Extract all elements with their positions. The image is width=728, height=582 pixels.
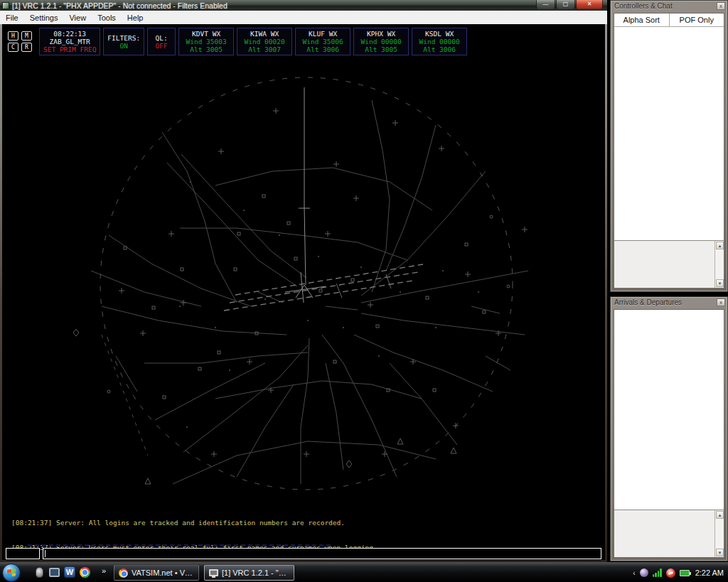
toggle-c-button[interactable]: C bbox=[8, 43, 18, 52]
filters-value: ON bbox=[107, 42, 140, 50]
monitor-icon bbox=[209, 569, 218, 576]
word-icon[interactable]: W bbox=[64, 566, 75, 578]
taskbar-button-label: VATSIM.net • View t... bbox=[132, 568, 194, 577]
wx-wind: Wind 00020 bbox=[241, 38, 288, 45]
wx-station: KSDL WX bbox=[416, 30, 463, 38]
wx-wind: Wind 35003 bbox=[183, 38, 230, 45]
wx-station: KIWA WX bbox=[241, 30, 288, 38]
arrivals-list[interactable] bbox=[614, 310, 724, 509]
controllers-panel-title: Controllers & Chat bbox=[614, 2, 673, 10]
arrivals-departures-panel: Arrivals & Departures x ▲ ▼ bbox=[610, 296, 728, 561]
network-signal-icon[interactable] bbox=[653, 568, 662, 577]
arrivals-panel-body: ▲ ▼ bbox=[614, 309, 724, 558]
wx-station: KDVT WX bbox=[183, 30, 230, 38]
menu-help[interactable]: Help bbox=[122, 12, 149, 23]
dimmed-text-row bbox=[28, 544, 333, 546]
controllers-panel-titlebar[interactable]: Controllers & Chat bbox=[611, 1, 727, 11]
wx-panel-kluf[interactable]: KLUF WX Wind 35006 Alt 3006 bbox=[295, 28, 350, 55]
scroll-up-icon[interactable]: ▲ bbox=[716, 242, 724, 249]
maximize-button[interactable]: ▢ bbox=[556, 0, 575, 9]
arrivals-panel-titlebar[interactable]: Arrivals & Departures bbox=[611, 297, 727, 308]
text-caret bbox=[45, 550, 46, 557]
tray-media-icon[interactable] bbox=[666, 568, 675, 578]
toolbar: H M C R 08:22:13 ZAB_GL_MTR SET PRIM FRE… bbox=[8, 28, 467, 55]
wx-wind: Wind 00000 bbox=[416, 38, 463, 45]
filters-toggle[interactable]: FILTERS: ON bbox=[103, 28, 144, 55]
wx-alt: Alt 3005 bbox=[358, 45, 405, 53]
toggle-h-button[interactable]: H bbox=[8, 31, 18, 41]
controllers-chat-panel: Controllers & Chat x Alpha Sort POF Only… bbox=[610, 0, 728, 292]
wx-alt: Alt 3005 bbox=[183, 45, 230, 53]
system-tray: ‹ 2:22 AM bbox=[633, 563, 724, 582]
arrivals-scrollbar[interactable]: ▲ ▼ bbox=[714, 510, 724, 557]
arrivals-secondary-area[interactable]: ▲ ▼ bbox=[614, 510, 724, 557]
command-bar bbox=[2, 548, 605, 560]
minimize-button[interactable]: — bbox=[536, 0, 555, 9]
radar-display[interactable] bbox=[2, 58, 605, 501]
ql-toggle[interactable]: QL: OFF bbox=[147, 28, 176, 55]
scroll-down-icon[interactable]: ▼ bbox=[716, 549, 724, 556]
menu-view[interactable]: View bbox=[63, 12, 92, 23]
tray-expand-icon[interactable]: ‹ bbox=[633, 569, 635, 577]
menu-tools[interactable]: Tools bbox=[92, 12, 122, 23]
radar-video-map bbox=[2, 58, 605, 501]
command-input[interactable] bbox=[43, 548, 601, 559]
wx-station: KPHX WX bbox=[358, 30, 405, 38]
chat-scrollbar[interactable]: ▲ ▼ bbox=[714, 241, 724, 288]
menu-settings[interactable]: Settings bbox=[24, 12, 64, 23]
taskbar-button-label: [1] VRC 1.2.1 - "PHX... bbox=[222, 568, 289, 577]
controllers-sort-row: Alpha Sort POF Only bbox=[614, 14, 724, 27]
prim-freq-warning: SET PRIM FREQ bbox=[43, 45, 96, 53]
taskbar-clock[interactable]: 2:22 AM bbox=[695, 568, 724, 577]
panel-close-icon[interactable]: x bbox=[717, 2, 725, 10]
wx-wind: Wind 00000 bbox=[358, 38, 405, 45]
taskbar: W » VATSIM.net • View t... [1] VRC 1.2.1… bbox=[0, 562, 728, 582]
clock-callsign-panel[interactable]: 08:22:13 ZAB_GL_MTR SET PRIM FREQ bbox=[39, 28, 100, 55]
quick-launch-overflow-icon[interactable]: » bbox=[102, 566, 106, 575]
toggle-r-button[interactable]: R bbox=[21, 43, 32, 52]
chrome-icon bbox=[119, 568, 128, 578]
ql-label: QL: bbox=[151, 34, 171, 42]
command-prefix-box[interactable] bbox=[6, 548, 40, 559]
wx-alt: Alt 3007 bbox=[241, 45, 288, 53]
taskbar-button-vatsim[interactable]: VATSIM.net • View t... bbox=[114, 565, 199, 581]
start-button[interactable] bbox=[2, 564, 21, 582]
chat-preview-area[interactable]: ▲ ▼ bbox=[614, 240, 724, 288]
toggle-m-button[interactable]: M bbox=[21, 31, 32, 41]
menu-bar: File Settings View Tools Help bbox=[0, 11, 607, 24]
battery-icon[interactable] bbox=[680, 570, 690, 576]
wx-alt: Alt 3006 bbox=[416, 45, 463, 53]
scroll-down-icon[interactable]: ▼ bbox=[716, 279, 724, 287]
close-button[interactable]: ✕ bbox=[576, 0, 603, 9]
wx-panel-kiwa[interactable]: KIWA WX Wind 00020 Alt 3007 bbox=[237, 28, 292, 55]
menu-file[interactable]: File bbox=[0, 12, 24, 23]
vrc-main-window: [1] VRC 1.2.1 - "PHX APPDEP" - Not conne… bbox=[0, 0, 607, 562]
utc-clock: 08:22:13 bbox=[43, 30, 96, 38]
window-title: [1] VRC 1.2.1 - "PHX APPDEP" - Not conne… bbox=[12, 1, 228, 10]
wx-panel-kdvt[interactable]: KDVT WX Wind 35003 Alt 3005 bbox=[178, 28, 234, 55]
arrivals-panel-title: Arrivals & Departures bbox=[614, 298, 682, 306]
controllers-list[interactable] bbox=[614, 28, 724, 239]
wx-alt: Alt 3006 bbox=[299, 45, 346, 53]
tray-app-icon[interactable] bbox=[640, 568, 648, 577]
wx-wind: Wind 35006 bbox=[299, 38, 346, 45]
app-icon bbox=[2, 2, 9, 9]
window-titlebar[interactable]: [1] VRC 1.2.1 - "PHX APPDEP" - Not conne… bbox=[0, 0, 607, 11]
mouse-utility-icon[interactable] bbox=[36, 567, 43, 578]
alpha-sort-button[interactable]: Alpha Sort bbox=[614, 14, 670, 26]
chrome-icon[interactable] bbox=[80, 567, 90, 578]
controllers-panel-body: Alpha Sort POF Only ▲ ▼ bbox=[614, 13, 724, 289]
scroll-up-icon[interactable]: ▲ bbox=[716, 511, 724, 519]
taskbar-button-vrc[interactable]: [1] VRC 1.2.1 - "PHX... bbox=[204, 565, 294, 581]
windows-flag-icon bbox=[7, 568, 16, 576]
panel-close-icon[interactable]: x bbox=[717, 298, 725, 306]
quick-launch-bar: W bbox=[34, 566, 90, 578]
wx-panel-ksdl[interactable]: KSDL WX Wind 00000 Alt 3006 bbox=[412, 28, 467, 55]
radar-client-area: H M C R 08:22:13 ZAB_GL_MTR SET PRIM FRE… bbox=[2, 24, 605, 560]
filters-label: FILTERS: bbox=[107, 34, 140, 42]
display-settings-icon[interactable] bbox=[49, 568, 60, 577]
wx-panel-kphx[interactable]: KPHX WX Wind 00000 Alt 3005 bbox=[353, 28, 409, 55]
ql-value: OFF bbox=[151, 42, 171, 50]
wx-station: KLUF WX bbox=[299, 30, 346, 38]
pof-only-button[interactable]: POF Only bbox=[670, 14, 724, 26]
